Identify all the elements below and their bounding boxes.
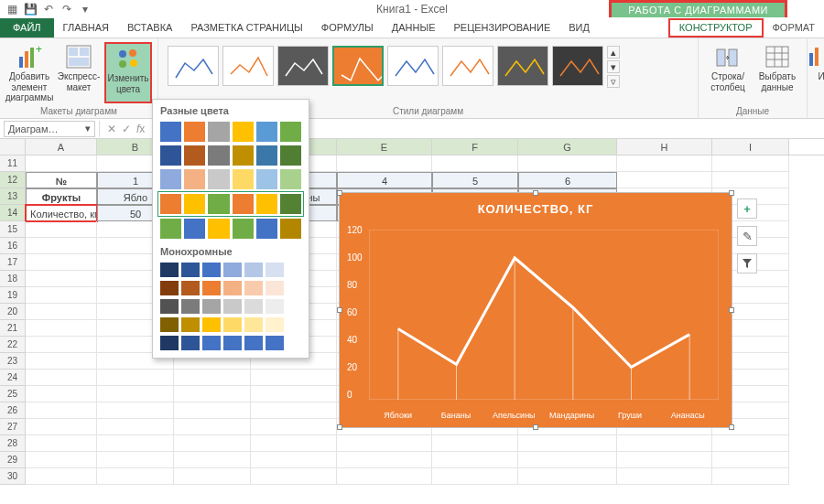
chart-plot-area[interactable]	[369, 230, 719, 400]
cell[interactable]	[26, 353, 97, 370]
cell[interactable]	[518, 452, 617, 468]
color-scheme-row[interactable]	[153, 120, 309, 144]
tab-review[interactable]: РЕЦЕНЗИРОВАНИЕ	[444, 18, 559, 38]
cell[interactable]	[97, 435, 174, 452]
row-header[interactable]: 12	[0, 172, 26, 188]
cell[interactable]	[97, 468, 174, 485]
cell[interactable]	[712, 155, 789, 172]
cell[interactable]	[97, 452, 174, 468]
cell[interactable]	[174, 402, 251, 419]
col-header[interactable]: G	[518, 139, 617, 155]
cell[interactable]	[26, 452, 97, 468]
cell[interactable]	[26, 271, 97, 287]
chart-object[interactable]: КОЛИЧЕСТВО, КГ + ✎ 020406080100120Яблоки…	[339, 192, 732, 428]
cell[interactable]	[432, 435, 518, 452]
col-header[interactable]: I	[712, 139, 789, 155]
cell[interactable]	[26, 221, 97, 238]
row-header[interactable]: 22	[0, 337, 26, 353]
add-chart-element-button[interactable]: + Добавить элемент диаграммы	[5, 42, 53, 103]
style-scroll-down[interactable]: ▾	[607, 60, 620, 73]
row-header[interactable]: 15	[0, 221, 26, 238]
row-header[interactable]: 20	[0, 304, 26, 320]
change-chart-type-button[interactable]: И	[813, 42, 824, 82]
cell[interactable]	[26, 370, 97, 386]
chart-style-8[interactable]	[552, 46, 603, 86]
cell[interactable]	[97, 402, 174, 419]
chart-style-7[interactable]	[497, 46, 548, 86]
color-scheme-row[interactable]	[153, 217, 309, 241]
cell[interactable]	[26, 386, 97, 402]
cell[interactable]: 5	[432, 172, 518, 188]
cell[interactable]	[97, 419, 174, 435]
cell[interactable]	[337, 468, 432, 485]
row-header[interactable]: 16	[0, 238, 26, 254]
cell[interactable]	[26, 238, 97, 254]
cell[interactable]	[26, 254, 97, 271]
color-scheme-row[interactable]	[153, 316, 309, 334]
chart-styles-button[interactable]: ✎	[737, 226, 757, 246]
cell[interactable]	[518, 155, 617, 172]
row-header[interactable]: 19	[0, 287, 26, 304]
col-header[interactable]: H	[617, 139, 712, 155]
cell[interactable]	[518, 468, 617, 485]
fx-icon[interactable]: fx	[136, 123, 145, 135]
col-header[interactable]: F	[432, 139, 518, 155]
chart-style-3[interactable]	[277, 46, 329, 86]
quick-layout-button[interactable]: Экспресс- макет	[55, 42, 103, 103]
row-header[interactable]: 29	[0, 452, 26, 468]
cell[interactable]	[174, 419, 251, 435]
chart-style-1[interactable]	[168, 46, 219, 86]
cell[interactable]	[26, 419, 97, 435]
color-scheme-row[interactable]	[153, 279, 309, 297]
col-header[interactable]: A	[26, 139, 97, 155]
row-header[interactable]: 13	[0, 188, 26, 205]
tab-home[interactable]: ГЛАВНАЯ	[54, 18, 118, 38]
cell[interactable]	[174, 452, 251, 468]
row-header[interactable]: 30	[0, 468, 26, 485]
select-data-button[interactable]: Выбрать данные	[754, 42, 801, 92]
cell[interactable]	[712, 468, 789, 485]
row-header[interactable]: 11	[0, 155, 26, 172]
color-scheme-row[interactable]	[153, 261, 309, 279]
name-box[interactable]: Диаграм…▾	[4, 121, 95, 137]
chart-style-2[interactable]	[222, 46, 274, 86]
cell[interactable]	[337, 155, 432, 172]
row-header[interactable]: 17	[0, 254, 26, 271]
cell[interactable]: Количество, кг	[26, 205, 97, 221]
cell[interactable]	[26, 468, 97, 485]
cell[interactable]: 4	[337, 172, 432, 188]
cell[interactable]: №	[26, 172, 97, 188]
style-scroll-up[interactable]: ▴	[607, 46, 620, 59]
cell[interactable]	[97, 370, 174, 386]
cell[interactable]	[712, 172, 789, 188]
save-icon[interactable]: 💾	[24, 3, 37, 16]
cancel-fx-icon[interactable]: ✕	[107, 123, 116, 135]
cell[interactable]	[518, 435, 617, 452]
row-header[interactable]: 18	[0, 271, 26, 287]
row-header[interactable]: 23	[0, 353, 26, 370]
chart-filter-button[interactable]	[737, 253, 757, 273]
cell[interactable]	[26, 435, 97, 452]
change-colors-button[interactable]: Изменить цвета	[104, 42, 152, 103]
cell[interactable]	[26, 155, 97, 172]
tab-pagelayout[interactable]: РАЗМЕТКА СТРАНИЦЫ	[181, 18, 311, 38]
row-header[interactable]: 21	[0, 320, 26, 337]
cell[interactable]	[251, 452, 337, 468]
row-header[interactable]: 24	[0, 370, 26, 386]
chart-elements-button[interactable]: +	[737, 198, 757, 219]
cell[interactable]	[712, 452, 789, 468]
cell[interactable]	[174, 468, 251, 485]
cell[interactable]	[617, 468, 712, 485]
namebox-dropdown-icon[interactable]: ▾	[85, 123, 91, 134]
redo-icon[interactable]: ↷	[60, 3, 73, 16]
cell[interactable]	[337, 452, 432, 468]
cell[interactable]	[251, 435, 337, 452]
cell[interactable]	[251, 370, 337, 386]
tab-file[interactable]: ФАЙЛ	[0, 18, 54, 38]
color-scheme-row[interactable]	[153, 297, 309, 316]
style-gallery-more[interactable]: ▿	[607, 75, 620, 88]
cell[interactable]	[26, 320, 97, 337]
cell[interactable]	[174, 435, 251, 452]
cell[interactable]	[251, 402, 337, 419]
cell[interactable]	[251, 386, 337, 402]
